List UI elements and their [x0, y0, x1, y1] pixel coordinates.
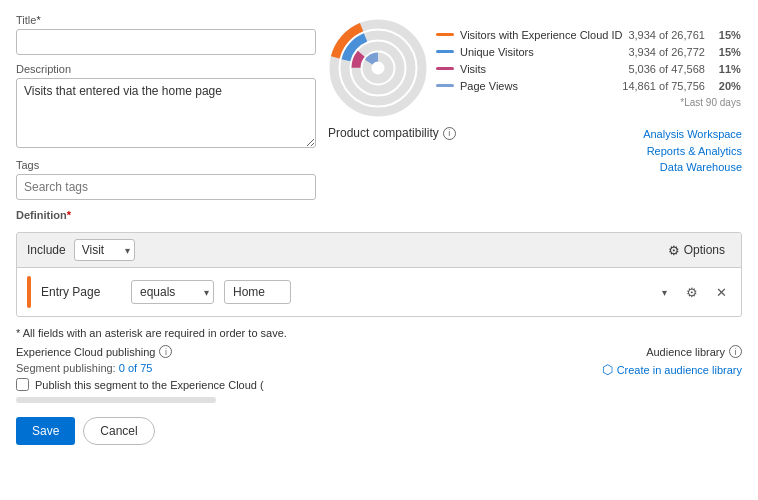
product-data-warehouse: Data Warehouse — [660, 159, 742, 176]
description-label: Description — [16, 63, 316, 75]
publish-checkbox[interactable] — [16, 378, 29, 391]
legend-pct-1: 15% — [715, 46, 741, 58]
segment-publishing: Segment publishing: 0 of 75 — [16, 362, 264, 374]
save-button[interactable]: Save — [16, 417, 75, 445]
include-select[interactable]: Visit Visitor Hit — [74, 239, 135, 261]
legend-pct-0: 15% — [715, 29, 741, 41]
donut-chart — [328, 18, 428, 118]
rule-remove-button[interactable]: ✕ — [712, 283, 731, 302]
gear-icon: ⚙ — [668, 243, 680, 258]
equals-select[interactable]: equals contains starts with — [131, 280, 214, 304]
publish-progress-bar — [16, 397, 216, 403]
legend-color-1 — [436, 50, 454, 53]
legend-color-0 — [436, 33, 454, 36]
entry-page-label: Entry Page — [41, 285, 121, 299]
left-panel: Title* Home Page Entry Visit Description… — [16, 14, 316, 200]
product-compatibility-row: Product compatibility i Analysis Workspa… — [328, 126, 742, 176]
create-audience-link[interactable]: ⬡ Create in audience library — [602, 362, 742, 377]
options-button[interactable]: ⚙ Options — [662, 240, 731, 261]
exp-cloud-label: Experience Cloud publishing i — [16, 345, 264, 358]
legend-label-0: Visitors with Experience Cloud ID — [460, 29, 622, 41]
legend-row-3: Page Views 14,861 of 75,756 20% — [436, 80, 741, 92]
right-panel: Visitors with Experience Cloud ID 3,934 … — [328, 14, 742, 200]
home-value-select[interactable]: Home — [224, 280, 291, 304]
tags-label: Tags — [16, 159, 316, 171]
definition-section: Include Visit Visitor Hit ⚙ Options Entr… — [16, 232, 742, 317]
legend-label-3: Page Views — [460, 80, 616, 92]
legend-table: Visitors with Experience Cloud ID 3,934 … — [436, 29, 741, 108]
equals-select-wrap[interactable]: equals contains starts with — [131, 280, 214, 304]
product-reports-analytics: Reports & Analytics — [647, 143, 742, 160]
legend-pct-3: 20% — [715, 80, 741, 92]
bottom-section: * All fields with an asterisk are requir… — [16, 327, 742, 445]
include-label: Include — [27, 243, 66, 257]
required-note: * All fields with an asterisk are requir… — [16, 327, 742, 339]
title-field-group: Title* Home Page Entry Visit — [16, 14, 316, 55]
segment-publishing-link[interactable]: 0 of 75 — [119, 362, 153, 374]
legend-label-1: Unique Visitors — [460, 46, 622, 58]
legend-color-3 — [436, 84, 454, 87]
audience-info-icon[interactable]: i — [729, 345, 742, 358]
legend-count-2: 5,036 of 47,568 — [628, 63, 704, 75]
legend-label-2: Visits — [460, 63, 622, 75]
rule-row: Entry Page equals contains starts with H… — [17, 268, 741, 316]
product-list: Analysis Workspace Reports & Analytics D… — [643, 126, 742, 176]
chart-legend-row: Visitors with Experience Cloud ID 3,934 … — [328, 18, 741, 118]
definition-label: Definition* — [16, 209, 71, 221]
rule-gear-button[interactable]: ⚙ — [682, 283, 702, 302]
title-label: Title* — [16, 14, 316, 26]
legend-row-1: Unique Visitors 3,934 of 26,772 15% — [436, 46, 741, 58]
description-field-group: Description Visits that entered via the … — [16, 63, 316, 151]
publishing-row: Experience Cloud publishing i Segment pu… — [16, 345, 742, 403]
top-section: Title* Home Page Entry Visit Description… — [16, 14, 742, 200]
footer-buttons: Save Cancel — [16, 417, 742, 445]
audience-right: Audience library i ⬡ Create in audience … — [602, 345, 742, 377]
publish-checkbox-row: Publish this segment to the Experience C… — [16, 378, 264, 391]
title-input[interactable]: Home Page Entry Visit — [16, 29, 316, 55]
legend-count-3: 14,861 of 75,756 — [622, 80, 705, 92]
home-value-wrap[interactable]: Home — [224, 280, 672, 304]
publish-checkbox-label: Publish this segment to the Experience C… — [35, 379, 264, 391]
tags-field-group: Tags — [16, 159, 316, 200]
legend-color-2 — [436, 67, 454, 70]
product-compatibility-label: Product compatibility i — [328, 126, 456, 140]
definition-toolbar: Include Visit Visitor Hit ⚙ Options — [17, 233, 741, 268]
audience-icon: ⬡ — [602, 362, 613, 377]
tags-input[interactable] — [16, 174, 316, 200]
cancel-button[interactable]: Cancel — [83, 417, 154, 445]
legend-count-0: 3,934 of 26,761 — [628, 29, 704, 41]
legend-row-2: Visits 5,036 of 47,568 11% — [436, 63, 741, 75]
segment-editor: Title* Home Page Entry Visit Description… — [0, 0, 758, 500]
audience-library-label: Audience library i — [602, 345, 742, 358]
definition-section-label-row: Definition* — [16, 208, 742, 222]
exp-cloud-info-icon[interactable]: i — [159, 345, 172, 358]
legend-row-0: Visitors with Experience Cloud ID 3,934 … — [436, 29, 741, 41]
last90-note: *Last 90 days — [436, 97, 741, 108]
description-input[interactable]: Visits that entered via the home page — [16, 78, 316, 148]
rule-indicator — [27, 276, 31, 308]
include-select-wrap[interactable]: Visit Visitor Hit — [74, 239, 135, 261]
legend-count-1: 3,934 of 26,772 — [628, 46, 704, 58]
legend-pct-2: 11% — [715, 63, 741, 75]
product-compatibility-info-icon[interactable]: i — [443, 127, 456, 140]
product-analysis-workspace: Analysis Workspace — [643, 126, 742, 143]
publish-left: Experience Cloud publishing i Segment pu… — [16, 345, 264, 403]
